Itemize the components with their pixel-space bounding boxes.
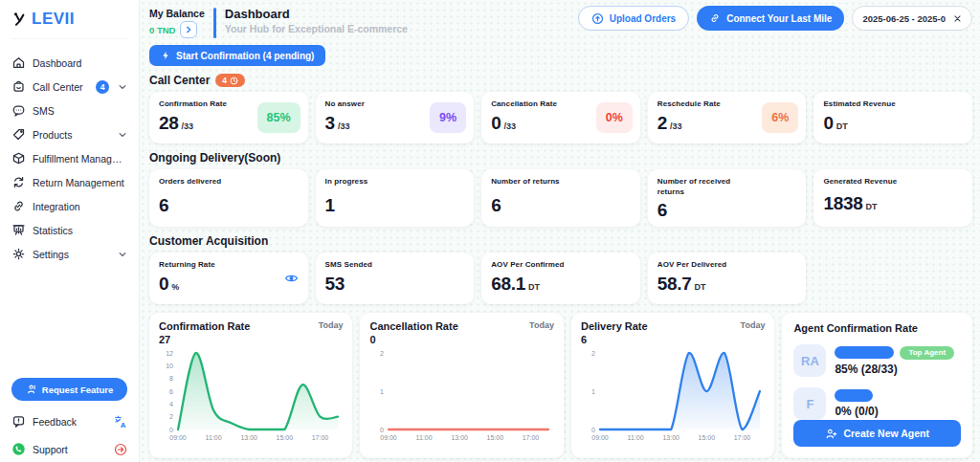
svg-text:12: 12 (166, 350, 173, 357)
card-unit: /33 (503, 121, 516, 131)
percent-badge: 9% (430, 102, 466, 133)
svg-text:0: 0 (591, 427, 595, 433)
card-value: 6 (657, 200, 667, 221)
sidebar: LEVII Dashboard Call Center 4 SMS Produc… (0, 0, 140, 462)
charts-row: Confirmation Rate 27 Today 02468101209:0… (149, 313, 972, 458)
redirect-arrow-icon[interactable] (114, 443, 127, 456)
logo-text: LEVII (32, 10, 75, 29)
section-title: Customer Acquisition (149, 234, 268, 248)
svg-text:2: 2 (169, 413, 173, 420)
pending-count: 4 (222, 76, 227, 85)
card-unit: DT (836, 121, 848, 131)
card-value: 2 (657, 113, 667, 134)
customer-acquisition-section-head: Customer Acquisition (149, 234, 972, 248)
card-label: No answer (325, 99, 426, 110)
stat-card-aov-confirmed: AOV Per Confirmed 68.1DT (481, 253, 640, 304)
connect-last-mile-label: Connect Your Last Mile (726, 13, 832, 24)
stat-card-received-returns: Number of received returns 6 (648, 169, 807, 227)
svg-text:13:00: 13:00 (662, 434, 679, 441)
sidebar-item-label: Dashboard (33, 57, 127, 69)
svg-text:17:00: 17:00 (734, 434, 751, 441)
card-unit: /33 (338, 121, 350, 131)
svg-text:2: 2 (591, 350, 595, 357)
svg-text:0: 0 (169, 427, 173, 433)
svg-text:15:00: 15:00 (277, 434, 294, 441)
card-value: 68.1 (491, 274, 525, 295)
link-icon (11, 199, 26, 213)
confirmation-rate-chart-card: Confirmation Rate 27 Today 02468101209:0… (149, 313, 352, 458)
svg-text:11:00: 11:00 (206, 434, 222, 441)
delivery-rate-chart: 01209:0011:0013:0015:0017:00 (581, 347, 765, 443)
chart-total: 27 (159, 334, 250, 345)
stat-card-reschedule-rate: Reschedule Rate 2/33 6% (648, 92, 807, 143)
stat-card-in-progress: In progress 1 (316, 169, 475, 227)
stat-card-cancellation-rate: Cancellation Rate 0/33 0% (481, 92, 640, 143)
start-confirmation-button[interactable]: Start Confirmation (4 pending) (149, 45, 325, 66)
sidebar-item-label: Products (33, 129, 109, 141)
svg-text:1: 1 (381, 388, 385, 395)
agent-name-redacted-bar (835, 389, 873, 402)
whatsapp-icon (11, 442, 26, 456)
connect-last-mile-button[interactable]: Connect Your Last Mile (697, 6, 844, 31)
confirmation-rate-chart: 02468101209:0011:0013:0015:0017:00 (159, 347, 343, 443)
avatar: F (793, 387, 826, 420)
upload-orders-button[interactable]: Upload Orders (578, 6, 689, 31)
svg-text:09:00: 09:00 (169, 434, 187, 441)
sidebar-item-label: Return Management (33, 177, 127, 188)
agent-stat: 85% (28/33) (835, 363, 954, 376)
section-title: Ongoing Delivery(Soon) (149, 151, 280, 165)
svg-text:4: 4 (169, 401, 173, 407)
sidebar-item-integration[interactable]: Integration (11, 194, 127, 218)
date-range-picker[interactable]: 2025-06-25 - 2025-0 (852, 6, 972, 31)
create-new-agent-button[interactable]: Create New Agent (793, 420, 961, 447)
sidebar-item-sms[interactable]: SMS (11, 99, 127, 122)
person-flag-icon (26, 384, 37, 395)
chart-total: 0 (369, 334, 457, 345)
sidebar-item-dashboard[interactable]: Dashboard (11, 51, 127, 75)
sidebar-item-products[interactable]: Products (11, 122, 127, 146)
request-feature-button[interactable]: Request Feature (11, 378, 127, 401)
box-icon (11, 151, 26, 165)
sidebar-item-call-center[interactable]: Call Center 4 (11, 75, 127, 99)
card-label: Estimated Revenue (823, 99, 924, 110)
stat-card-generated-revenue: Generated Revenue 1838DT (813, 169, 972, 227)
stat-card-sms-sended: SMS Sended 53 (316, 253, 475, 304)
chart-period-label: Today (741, 320, 766, 345)
eye-icon[interactable] (284, 272, 299, 286)
ongoing-delivery-cards: Orders delivered 6 In progress 1 Number … (149, 169, 972, 227)
svg-text:10: 10 (166, 363, 173, 369)
sidebar-item-settings[interactable]: Settings (11, 242, 127, 266)
svg-text:15:00: 15:00 (699, 434, 716, 441)
support-row[interactable]: Support (11, 442, 127, 456)
close-icon[interactable] (953, 14, 962, 23)
svg-text:8: 8 (169, 375, 173, 382)
card-label: Reschedule Rate (657, 99, 758, 110)
sidebar-item-statistics[interactable]: Statistics (11, 218, 127, 242)
sidebar-item-label: Call Center (33, 81, 89, 93)
card-unit: /33 (670, 121, 682, 131)
chart-total: 6 (581, 334, 648, 345)
sidebar-item-fulfillment[interactable]: Fulfillment Management (11, 146, 127, 170)
feedback-row[interactable]: Feedback A (11, 414, 127, 429)
svg-text:17:00: 17:00 (312, 434, 329, 441)
svg-text:09:00: 09:00 (591, 434, 609, 441)
agent-stat: 0% (0/0) (835, 405, 878, 418)
lightning-bolt-icon (161, 50, 170, 61)
sidebar-item-return[interactable]: Return Management (11, 170, 127, 194)
card-unit: DT (695, 282, 706, 292)
card-value: 1838 (823, 193, 862, 214)
sms-icon (11, 103, 26, 118)
card-label: SMS Sended (325, 260, 426, 271)
card-label: Cancellation Rate (491, 99, 591, 110)
translate-icon[interactable]: A (114, 415, 127, 429)
stat-card-returning-rate: Returning Rate 0% (149, 253, 308, 304)
svg-text:1: 1 (591, 388, 595, 395)
svg-text:17:00: 17:00 (523, 434, 540, 441)
svg-text:11:00: 11:00 (628, 434, 644, 441)
percent-badge: 6% (762, 102, 798, 133)
balance-expand-button[interactable] (180, 21, 197, 38)
agent-row: F 0% (0/0) (793, 387, 961, 420)
stat-card-no-answer: No answer 3/33 9% (316, 92, 475, 143)
logo[interactable]: LEVII (11, 10, 127, 39)
card-label: Number of returns (491, 177, 591, 187)
